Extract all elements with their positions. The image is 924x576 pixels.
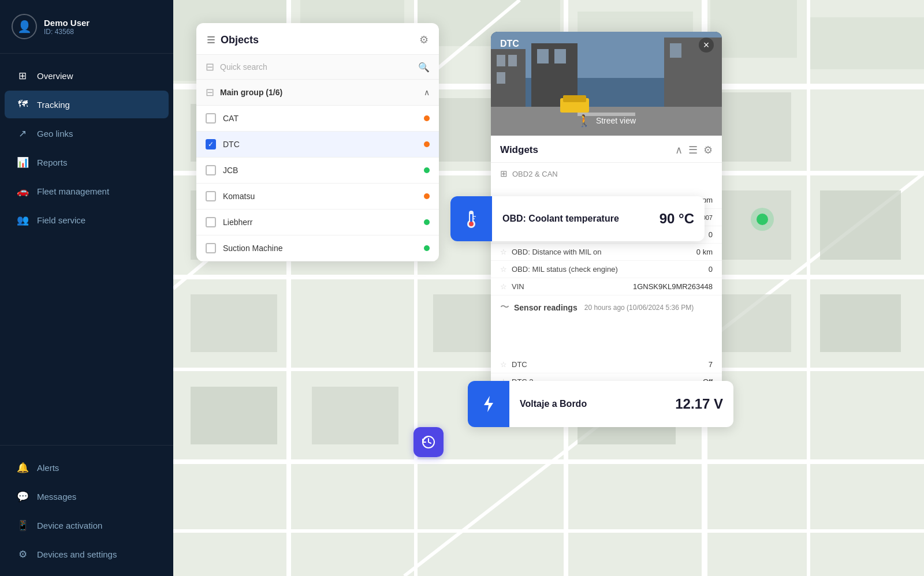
obd2-label: ⊞ OBD2 & CAN: [500, 169, 713, 179]
dtc-header-image: DTC × 🚶 Street view: [491, 32, 722, 136]
street-view-label: 🚶 Street view: [577, 114, 636, 128]
svg-rect-42: [497, 55, 505, 66]
sidebar-item-overview[interactable]: ⊞ Overview: [5, 62, 169, 89]
svg-rect-5: [710, 0, 797, 58]
avatar: 👤: [12, 14, 37, 39]
dtc-panel-title: DTC: [500, 39, 519, 49]
reports-icon: 📊: [16, 156, 29, 169]
coolant-icon-box: [450, 196, 492, 241]
svg-rect-49: [670, 43, 681, 58]
group-header: ⊟ Main group (1/6) ∧: [196, 80, 439, 106]
item-name: CAT: [223, 114, 417, 123]
item-checkbox[interactable]: [206, 191, 216, 201]
sidebar-item-geolinks[interactable]: ↗ Geo links: [5, 119, 169, 147]
collapse-icon[interactable]: ⊟: [206, 61, 214, 73]
street-view-icon: 🚶: [577, 114, 591, 128]
user-info: Demo User ID: 43568: [44, 18, 90, 36]
street-view-text: Street view: [596, 116, 636, 125]
group-chevron-icon[interactable]: ∧: [424, 88, 430, 97]
sidebar-bottom: 🔔 Alerts 💬 Messages 📱 Device activation …: [0, 445, 173, 576]
list-item[interactable]: Suction Machine: [196, 235, 439, 261]
list-item[interactable]: JCB: [196, 158, 439, 184]
data-row-left: ☆ VIN: [500, 282, 524, 291]
svg-rect-35: [722, 294, 791, 352]
obd2-section: ⊞ OBD2 & CAN: [491, 163, 722, 185]
sidebar-item-alerts[interactable]: 🔔 Alerts: [5, 454, 169, 481]
svg-point-38: [751, 208, 774, 231]
widgets-settings-icon[interactable]: ⚙: [703, 144, 713, 156]
svg-rect-31: [191, 294, 277, 352]
list-item[interactable]: CAT: [196, 106, 439, 132]
sidebar-item-label: Overview: [37, 71, 73, 81]
star-icon[interactable]: ☆: [500, 265, 507, 274]
row-key: OBD: MIL status (check engine): [512, 265, 618, 274]
user-profile: 👤 Demo User ID: 43568: [0, 0, 173, 54]
panel-title: ☰ Objects: [207, 34, 259, 46]
list-item[interactable]: ✓ DTC: [196, 132, 439, 158]
sidebar: 👤 Demo User ID: 43568 ⊞ Overview 🗺 Track…: [0, 0, 173, 576]
data-row: ☆ OBD: Distance with MIL on 0 km: [491, 244, 722, 261]
row-value: 1GNSK9KL9MR263448: [633, 282, 713, 291]
sidebar-item-label: Geo links: [37, 129, 73, 139]
sidebar-item-label: Devices and settings: [37, 549, 117, 559]
sidebar-item-devices-settings[interactable]: ⚙ Devices and settings: [5, 540, 169, 568]
objects-panel: ☰ Objects ⚙ ⊟ 🔍 ⊟ Main group (1/6) ∧ CAT…: [196, 23, 439, 261]
item-name: JCB: [223, 166, 417, 175]
item-checkbox[interactable]: [206, 113, 216, 124]
obd2-text: OBD2 & CAN: [512, 170, 558, 178]
widgets-collapse-icon[interactable]: ∧: [675, 144, 683, 156]
sidebar-item-device-activation[interactable]: 📱 Device activation: [5, 511, 169, 539]
overview-icon: ⊞: [16, 69, 29, 82]
sidebar-item-tracking[interactable]: 🗺 Tracking: [5, 91, 169, 118]
objects-title: Objects: [221, 34, 259, 46]
field-icon: 👥: [16, 214, 29, 226]
thermometer-icon: [461, 208, 482, 229]
star-icon[interactable]: ☆: [500, 360, 507, 369]
messages-icon: 💬: [16, 490, 29, 503]
panel-settings-icon[interactable]: ⚙: [419, 33, 429, 46]
geolinks-icon: ↗: [16, 127, 29, 140]
widgets-list-icon[interactable]: ☰: [688, 144, 698, 156]
sidebar-item-messages[interactable]: 💬 Messages: [5, 483, 169, 510]
item-checkbox[interactable]: [206, 243, 216, 253]
sidebar-item-fleet[interactable]: 🚗 Fleet management: [5, 177, 169, 205]
item-checkbox[interactable]: [206, 165, 216, 175]
item-checkbox[interactable]: [206, 217, 216, 227]
status-dot: [424, 245, 430, 251]
alerts-icon: 🔔: [16, 461, 29, 474]
list-item[interactable]: Liebherr: [196, 210, 439, 235]
sidebar-item-field[interactable]: 👥 Field service: [5, 206, 169, 234]
item-name: DTC: [223, 140, 417, 149]
svg-rect-44: [497, 72, 505, 84]
history-button[interactable]: [413, 427, 444, 457]
row-key: VIN: [512, 282, 524, 291]
sidebar-item-reports[interactable]: 📊 Reports: [5, 148, 169, 176]
status-dot: [424, 219, 430, 225]
user-id: ID: 43568: [44, 28, 90, 36]
data-row-left: ☆ OBD: Distance with MIL on: [500, 248, 602, 256]
group-collapse-icon[interactable]: ⊟: [206, 86, 214, 99]
sidebar-item-label: Fleet management: [37, 186, 109, 196]
data-row-left: ☆ OBD: MIL status (check engine): [500, 265, 618, 274]
voltaje-widget: Voltaje a Bordo 12.17 V: [468, 381, 733, 427]
svg-rect-30: [820, 190, 901, 260]
group-title: Main group (1/6): [220, 88, 282, 97]
list-item[interactable]: Komatsu: [196, 184, 439, 210]
sidebar-item-label: Alerts: [37, 463, 59, 473]
row-key: DTC: [512, 360, 527, 369]
voltaje-icon-box: [468, 381, 509, 427]
svg-rect-36: [820, 294, 901, 352]
sensor-icon: 〜: [500, 301, 509, 313]
search-icon[interactable]: 🔍: [418, 62, 430, 73]
dtc-close-button[interactable]: ×: [699, 38, 714, 53]
star-icon[interactable]: ☆: [500, 248, 507, 256]
fleet-icon: 🚗: [16, 185, 29, 197]
voltaje-value: 12.17 V: [675, 396, 723, 412]
item-name: Liebherr: [223, 218, 417, 227]
star-icon[interactable]: ☆: [500, 282, 507, 291]
device-activation-icon: 📱: [16, 519, 29, 532]
svg-rect-32: [191, 387, 277, 444]
item-checkbox[interactable]: ✓: [206, 139, 216, 149]
svg-rect-6: [808, 17, 924, 69]
search-input[interactable]: [220, 62, 412, 72]
